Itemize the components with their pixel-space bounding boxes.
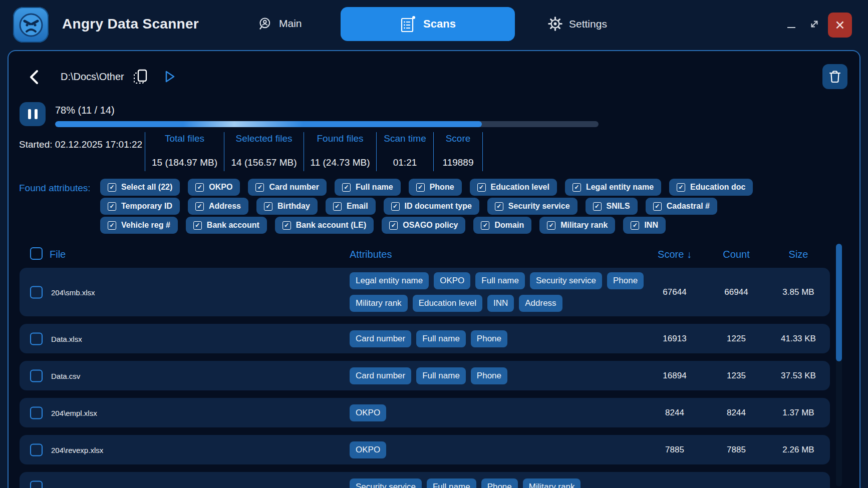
resume-scan-button[interactable] xyxy=(164,70,176,85)
filter-chip-label: Legal entity name xyxy=(586,183,654,192)
checkbox-checked-icon: ✓ xyxy=(264,202,272,211)
filter-chip[interactable]: ✓Bank account (LE) xyxy=(275,217,374,234)
filter-chip-label: Address xyxy=(209,202,241,211)
filter-chip[interactable]: ✓Vehicle reg # xyxy=(100,217,178,234)
attributes-cell: OKPO xyxy=(350,435,670,464)
filter-chip[interactable]: ✓Education level xyxy=(470,179,557,196)
filter-chip[interactable]: ✓Education doc xyxy=(669,179,753,196)
filter-chip[interactable]: ✓Bank account xyxy=(186,217,267,234)
size-value: 37.53 KB xyxy=(761,371,836,381)
app-logo xyxy=(13,7,49,43)
column-header-file[interactable]: File xyxy=(50,249,66,260)
checkbox-checked-icon: ✓ xyxy=(593,202,602,211)
filter-chip[interactable]: ✓SNILS xyxy=(586,198,638,215)
filter-chip[interactable]: ✓OSAGO policy xyxy=(382,217,465,234)
table-row: Data.csvCard numberFull namePhone1689412… xyxy=(20,361,830,390)
close-button[interactable]: ✕ xyxy=(828,13,852,38)
filter-chip[interactable]: ✓Security service xyxy=(487,198,577,215)
delete-scan-button[interactable] xyxy=(822,64,847,89)
count-value: 1225 xyxy=(706,334,766,344)
filter-chip[interactable]: ✓Phone xyxy=(409,179,462,196)
stat-label: Score xyxy=(434,133,482,144)
row-checkbox[interactable] xyxy=(30,406,43,419)
scan-path: D:\Docs\Other xyxy=(61,71,124,83)
attributes-cell: Card numberFull namePhone xyxy=(350,324,670,353)
attributes-cell: Legal entity nameOKPOFull nameSecurity s… xyxy=(350,268,670,316)
checkbox-checked-icon: ✓ xyxy=(108,221,116,230)
row-checkbox[interactable] xyxy=(30,332,43,345)
scrollbar-track[interactable] xyxy=(836,244,842,486)
filter-chip[interactable]: ✓Address xyxy=(188,198,248,215)
count-value: 66944 xyxy=(706,287,766,297)
checkbox-checked-icon: ✓ xyxy=(195,183,204,192)
file-name: 204\smb.xlsx xyxy=(51,288,95,296)
trash-icon xyxy=(828,70,841,84)
filter-chip[interactable]: ✓Temporary ID xyxy=(100,198,180,215)
filter-chip[interactable]: ✓OKPO xyxy=(188,179,240,196)
angry-face-icon xyxy=(17,11,45,39)
row-checkbox[interactable] xyxy=(30,480,43,488)
attribute-chip: Address xyxy=(519,295,562,312)
minimize-button[interactable] xyxy=(781,14,801,34)
filter-chip-label: ID document type xyxy=(405,202,472,211)
filter-chip[interactable]: ✓Birthday xyxy=(256,198,318,215)
filter-chip[interactable]: ✓Cadastral # xyxy=(646,198,717,215)
table-row: 204\smb.xlsxLegal entity nameOKPOFull na… xyxy=(20,268,830,316)
filter-chip-label: Cadastral # xyxy=(667,202,710,211)
filter-chip[interactable]: ✓Select all (22) xyxy=(100,179,180,196)
attribute-chip: Full name xyxy=(416,367,466,384)
filter-chip[interactable]: ✓Military rank xyxy=(539,217,615,234)
stat-value: 11 (24.73 MB) xyxy=(304,157,376,168)
attribute-chip: Military rank xyxy=(523,478,581,488)
back-button[interactable] xyxy=(28,69,45,86)
stat-column: Score119889 xyxy=(433,132,483,171)
maximize-button[interactable] xyxy=(804,14,824,34)
close-icon: ✕ xyxy=(835,18,845,33)
row-checkbox[interactable] xyxy=(30,286,43,298)
select-all-checkbox[interactable] xyxy=(30,247,43,260)
filter-chip[interactable]: ✓INN xyxy=(623,217,666,234)
scan-list-icon xyxy=(400,16,416,33)
filter-chip-label: Bank account (LE) xyxy=(296,221,366,230)
tab-main-label: Main xyxy=(279,18,302,30)
checkbox-checked-icon: ✓ xyxy=(416,183,425,192)
attributes-cell: Security serviceFull namePhoneMilitary r… xyxy=(350,472,670,488)
copy-path-button[interactable] xyxy=(132,69,148,87)
filter-chip-label: Education doc xyxy=(690,183,745,192)
filter-chip[interactable]: ✓Full name xyxy=(335,179,401,196)
filter-chip-label: Security service xyxy=(508,202,570,211)
filter-chip[interactable]: ✓ID document type xyxy=(384,198,479,215)
filter-chip-label: Phone xyxy=(430,183,454,192)
row-checkbox[interactable] xyxy=(30,369,43,382)
gear-icon xyxy=(548,17,562,31)
checkbox-checked-icon: ✓ xyxy=(389,221,398,230)
table-row: Data.xlsxCard numberFull namePhone169131… xyxy=(20,324,830,353)
pause-button[interactable] xyxy=(20,102,46,126)
column-header-size[interactable]: Size xyxy=(761,249,836,260)
scrollbar-thumb[interactable] xyxy=(836,244,842,361)
filter-chip[interactable]: ✓Legal entity name xyxy=(565,179,661,196)
scan-started-label: Started: 02.12.2025 17:01:22 xyxy=(19,139,142,150)
stat-value: 14 (156.57 MB) xyxy=(224,157,304,168)
checkbox-checked-icon: ✓ xyxy=(481,221,489,230)
column-header-count[interactable]: Count xyxy=(706,249,766,260)
tab-settings[interactable]: Settings xyxy=(548,17,607,31)
filter-chip[interactable]: ✓Domain xyxy=(473,217,531,234)
column-header-score[interactable]: Score ↓ xyxy=(640,249,710,260)
filter-chip[interactable]: ✓Email xyxy=(326,198,376,215)
stat-column: Scan time01:21 xyxy=(376,132,433,171)
tab-scans-active[interactable]: Scans xyxy=(341,7,515,41)
attribute-chip: OKPO xyxy=(350,441,386,458)
tab-main[interactable]: Main xyxy=(258,17,302,31)
filter-chip[interactable]: ✓Card number xyxy=(248,179,327,196)
attributes-cell: OKPO xyxy=(350,398,670,427)
attribute-chip: Phone xyxy=(607,272,644,289)
row-checkbox[interactable] xyxy=(30,443,43,456)
filter-chip-label: Full name xyxy=(356,183,393,192)
attribute-chip: Card number xyxy=(350,330,411,347)
column-header-attributes[interactable]: Attributes xyxy=(350,249,392,260)
checkbox-checked-icon: ✓ xyxy=(108,202,116,211)
stat-label: Scan time xyxy=(377,133,433,144)
score-value: 16913 xyxy=(640,334,710,344)
stat-value: 15 (184.97 MB) xyxy=(145,157,224,168)
